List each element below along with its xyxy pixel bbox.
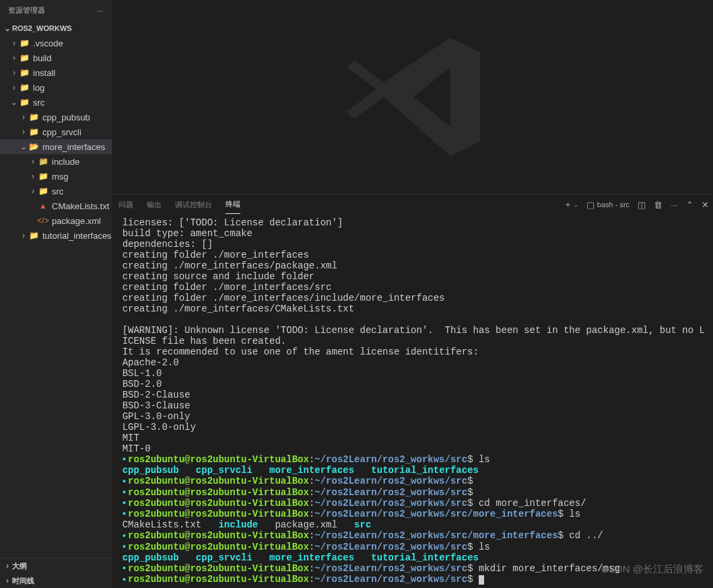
tree-item-vscode[interactable]: ›📁.vscode bbox=[0, 36, 112, 50]
tab-terminal[interactable]: 终端 bbox=[226, 195, 240, 214]
explorer-title: 资源管理器 bbox=[8, 5, 45, 15]
cmake-icon: ▲ bbox=[38, 200, 48, 211]
xml-icon: </> bbox=[38, 215, 48, 226]
new-terminal-button[interactable]: ＋ ⌄ bbox=[564, 198, 578, 211]
tree-item-log[interactable]: ›📁log bbox=[0, 80, 112, 95]
folder-icon: 📁 bbox=[19, 67, 30, 78]
folder-icon: 📂 bbox=[28, 141, 39, 152]
folder-icon: 📁 bbox=[19, 52, 30, 63]
tree-item-more-interfaces[interactable]: ⌄📂more_interfaces bbox=[0, 139, 112, 154]
vscode-logo-icon bbox=[339, 23, 487, 171]
kill-terminal-icon[interactable]: 🗑 bbox=[654, 200, 663, 210]
outline-section[interactable]: ›大纲 bbox=[0, 558, 112, 573]
panel-tabs: 问题 输出 调试控制台 终端 ＋ ⌄ ▢ bash - src ◫ 🗑 ··· … bbox=[112, 194, 713, 215]
timeline-section[interactable]: ›时间线 bbox=[0, 573, 112, 588]
folder-icon: 📁 bbox=[38, 186, 48, 196]
maximize-icon[interactable]: ⌃ bbox=[686, 200, 693, 210]
folder-icon: 📁 bbox=[28, 230, 39, 241]
tab-problems[interactable]: 问题 bbox=[118, 196, 133, 214]
folder-icon: 📁 bbox=[28, 126, 39, 137]
folder-icon: 📁 bbox=[19, 97, 30, 108]
split-terminal-icon[interactable]: ◫ bbox=[638, 200, 646, 210]
folder-icon: 📁 bbox=[28, 112, 39, 122]
tree-item-packagexml[interactable]: </>package.xml bbox=[0, 213, 112, 228]
file-tree: ⌄ROS2_WORKWS ›📁.vscode ›📁build ›📁install… bbox=[0, 21, 112, 558]
folder-icon: 📁 bbox=[19, 38, 30, 48]
tab-debug[interactable]: 调试控制台 bbox=[175, 196, 212, 214]
tree-item-cmakelists[interactable]: ▲CMakeLists.txt bbox=[0, 198, 112, 213]
workspace-root[interactable]: ⌄ROS2_WORKWS bbox=[0, 21, 112, 36]
editor-empty-area bbox=[112, 0, 713, 194]
terminal-profile[interactable]: ▢ bash - src bbox=[586, 200, 630, 210]
more-icon[interactable]: ··· bbox=[671, 200, 678, 210]
tree-item-include[interactable]: ›📁include bbox=[0, 154, 112, 169]
folder-icon: 📁 bbox=[38, 156, 48, 167]
tree-item-src-inner[interactable]: ›📁src bbox=[0, 184, 112, 198]
tree-item-cpp-srvcli[interactable]: ›📁cpp_srvcli bbox=[0, 124, 112, 139]
tree-item-src[interactable]: ⌄📁src bbox=[0, 95, 112, 110]
more-icon[interactable]: ··· bbox=[97, 7, 103, 15]
tree-item-install[interactable]: ›📁install bbox=[0, 65, 112, 80]
tree-item-msg[interactable]: ›📁msg bbox=[0, 169, 112, 184]
tree-item-cpp-pubsub[interactable]: ›📁cpp_pubsub bbox=[0, 110, 112, 124]
tree-item-build[interactable]: ›📁build bbox=[0, 50, 112, 65]
tree-item-tutorial-interfaces[interactable]: ›📁tutorial_interfaces bbox=[0, 228, 112, 243]
folder-icon: 📁 bbox=[38, 171, 48, 182]
tab-output[interactable]: 输出 bbox=[147, 196, 162, 214]
terminal-output[interactable]: licenses: ['TODO: License declaration'] … bbox=[112, 215, 713, 588]
close-panel-icon[interactable]: ✕ bbox=[702, 200, 709, 210]
folder-icon: 📁 bbox=[19, 82, 30, 93]
